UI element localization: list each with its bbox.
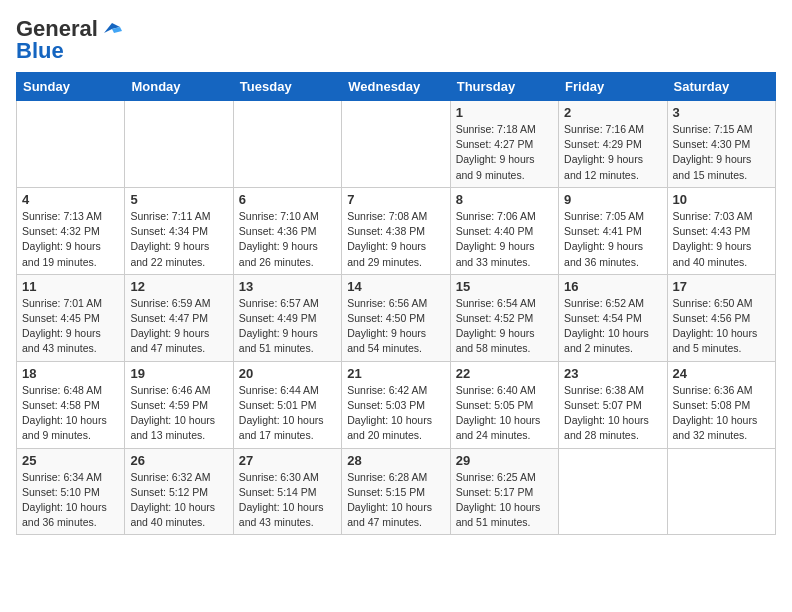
calendar-cell: 3Sunrise: 7:15 AM Sunset: 4:30 PM Daylig…	[667, 101, 775, 188]
day-number: 16	[564, 279, 661, 294]
day-info: Sunrise: 6:50 AM Sunset: 4:56 PM Dayligh…	[673, 296, 770, 357]
calendar-cell: 15Sunrise: 6:54 AM Sunset: 4:52 PM Dayli…	[450, 274, 558, 361]
day-number: 5	[130, 192, 227, 207]
day-info: Sunrise: 7:03 AM Sunset: 4:43 PM Dayligh…	[673, 209, 770, 270]
day-number: 2	[564, 105, 661, 120]
calendar-cell: 5Sunrise: 7:11 AM Sunset: 4:34 PM Daylig…	[125, 187, 233, 274]
weekday-header-monday: Monday	[125, 73, 233, 101]
calendar-cell: 12Sunrise: 6:59 AM Sunset: 4:47 PM Dayli…	[125, 274, 233, 361]
weekday-header-row: SundayMondayTuesdayWednesdayThursdayFrid…	[17, 73, 776, 101]
calendar-cell: 26Sunrise: 6:32 AM Sunset: 5:12 PM Dayli…	[125, 448, 233, 535]
day-number: 26	[130, 453, 227, 468]
calendar-cell: 14Sunrise: 6:56 AM Sunset: 4:50 PM Dayli…	[342, 274, 450, 361]
day-number: 24	[673, 366, 770, 381]
calendar-cell: 21Sunrise: 6:42 AM Sunset: 5:03 PM Dayli…	[342, 361, 450, 448]
calendar-cell: 27Sunrise: 6:30 AM Sunset: 5:14 PM Dayli…	[233, 448, 341, 535]
calendar-cell: 18Sunrise: 6:48 AM Sunset: 4:58 PM Dayli…	[17, 361, 125, 448]
day-info: Sunrise: 7:15 AM Sunset: 4:30 PM Dayligh…	[673, 122, 770, 183]
weekday-header-friday: Friday	[559, 73, 667, 101]
calendar-cell	[342, 101, 450, 188]
day-number: 25	[22, 453, 119, 468]
calendar-cell: 17Sunrise: 6:50 AM Sunset: 4:56 PM Dayli…	[667, 274, 775, 361]
day-number: 20	[239, 366, 336, 381]
day-number: 4	[22, 192, 119, 207]
logo: General Blue	[16, 16, 122, 64]
logo-bird-icon	[100, 21, 122, 37]
calendar-table: SundayMondayTuesdayWednesdayThursdayFrid…	[16, 72, 776, 535]
week-row-2: 4Sunrise: 7:13 AM Sunset: 4:32 PM Daylig…	[17, 187, 776, 274]
day-info: Sunrise: 6:46 AM Sunset: 4:59 PM Dayligh…	[130, 383, 227, 444]
day-number: 1	[456, 105, 553, 120]
calendar-cell: 29Sunrise: 6:25 AM Sunset: 5:17 PM Dayli…	[450, 448, 558, 535]
calendar-cell: 10Sunrise: 7:03 AM Sunset: 4:43 PM Dayli…	[667, 187, 775, 274]
day-number: 7	[347, 192, 444, 207]
calendar-cell: 22Sunrise: 6:40 AM Sunset: 5:05 PM Dayli…	[450, 361, 558, 448]
day-info: Sunrise: 6:40 AM Sunset: 5:05 PM Dayligh…	[456, 383, 553, 444]
day-info: Sunrise: 6:52 AM Sunset: 4:54 PM Dayligh…	[564, 296, 661, 357]
day-info: Sunrise: 6:30 AM Sunset: 5:14 PM Dayligh…	[239, 470, 336, 531]
calendar-cell: 6Sunrise: 7:10 AM Sunset: 4:36 PM Daylig…	[233, 187, 341, 274]
day-number: 3	[673, 105, 770, 120]
weekday-header-sunday: Sunday	[17, 73, 125, 101]
day-number: 28	[347, 453, 444, 468]
day-info: Sunrise: 6:54 AM Sunset: 4:52 PM Dayligh…	[456, 296, 553, 357]
day-info: Sunrise: 6:34 AM Sunset: 5:10 PM Dayligh…	[22, 470, 119, 531]
week-row-3: 11Sunrise: 7:01 AM Sunset: 4:45 PM Dayli…	[17, 274, 776, 361]
calendar-cell: 16Sunrise: 6:52 AM Sunset: 4:54 PM Dayli…	[559, 274, 667, 361]
calendar-cell: 4Sunrise: 7:13 AM Sunset: 4:32 PM Daylig…	[17, 187, 125, 274]
day-number: 27	[239, 453, 336, 468]
calendar-cell	[125, 101, 233, 188]
day-number: 10	[673, 192, 770, 207]
day-info: Sunrise: 7:05 AM Sunset: 4:41 PM Dayligh…	[564, 209, 661, 270]
day-info: Sunrise: 6:38 AM Sunset: 5:07 PM Dayligh…	[564, 383, 661, 444]
day-info: Sunrise: 7:08 AM Sunset: 4:38 PM Dayligh…	[347, 209, 444, 270]
calendar-cell: 1Sunrise: 7:18 AM Sunset: 4:27 PM Daylig…	[450, 101, 558, 188]
day-number: 6	[239, 192, 336, 207]
calendar-cell: 23Sunrise: 6:38 AM Sunset: 5:07 PM Dayli…	[559, 361, 667, 448]
calendar-cell: 20Sunrise: 6:44 AM Sunset: 5:01 PM Dayli…	[233, 361, 341, 448]
weekday-header-tuesday: Tuesday	[233, 73, 341, 101]
week-row-5: 25Sunrise: 6:34 AM Sunset: 5:10 PM Dayli…	[17, 448, 776, 535]
header: General Blue	[16, 16, 776, 64]
calendar-cell	[17, 101, 125, 188]
day-info: Sunrise: 7:01 AM Sunset: 4:45 PM Dayligh…	[22, 296, 119, 357]
day-info: Sunrise: 7:13 AM Sunset: 4:32 PM Dayligh…	[22, 209, 119, 270]
day-info: Sunrise: 6:36 AM Sunset: 5:08 PM Dayligh…	[673, 383, 770, 444]
day-number: 12	[130, 279, 227, 294]
day-info: Sunrise: 7:18 AM Sunset: 4:27 PM Dayligh…	[456, 122, 553, 183]
day-number: 15	[456, 279, 553, 294]
calendar-cell: 13Sunrise: 6:57 AM Sunset: 4:49 PM Dayli…	[233, 274, 341, 361]
calendar-cell: 2Sunrise: 7:16 AM Sunset: 4:29 PM Daylig…	[559, 101, 667, 188]
day-info: Sunrise: 6:59 AM Sunset: 4:47 PM Dayligh…	[130, 296, 227, 357]
day-info: Sunrise: 7:10 AM Sunset: 4:36 PM Dayligh…	[239, 209, 336, 270]
day-number: 29	[456, 453, 553, 468]
calendar-cell: 11Sunrise: 7:01 AM Sunset: 4:45 PM Dayli…	[17, 274, 125, 361]
day-number: 18	[22, 366, 119, 381]
day-info: Sunrise: 7:06 AM Sunset: 4:40 PM Dayligh…	[456, 209, 553, 270]
day-info: Sunrise: 6:28 AM Sunset: 5:15 PM Dayligh…	[347, 470, 444, 531]
day-info: Sunrise: 6:57 AM Sunset: 4:49 PM Dayligh…	[239, 296, 336, 357]
calendar-cell	[667, 448, 775, 535]
calendar-cell: 24Sunrise: 6:36 AM Sunset: 5:08 PM Dayli…	[667, 361, 775, 448]
logo-blue: Blue	[16, 38, 64, 64]
calendar-body: 1Sunrise: 7:18 AM Sunset: 4:27 PM Daylig…	[17, 101, 776, 535]
day-info: Sunrise: 6:32 AM Sunset: 5:12 PM Dayligh…	[130, 470, 227, 531]
day-number: 19	[130, 366, 227, 381]
calendar-cell: 28Sunrise: 6:28 AM Sunset: 5:15 PM Dayli…	[342, 448, 450, 535]
week-row-4: 18Sunrise: 6:48 AM Sunset: 4:58 PM Dayli…	[17, 361, 776, 448]
day-number: 8	[456, 192, 553, 207]
day-info: Sunrise: 7:16 AM Sunset: 4:29 PM Dayligh…	[564, 122, 661, 183]
day-number: 13	[239, 279, 336, 294]
day-number: 9	[564, 192, 661, 207]
calendar-cell: 7Sunrise: 7:08 AM Sunset: 4:38 PM Daylig…	[342, 187, 450, 274]
weekday-header-thursday: Thursday	[450, 73, 558, 101]
day-info: Sunrise: 6:48 AM Sunset: 4:58 PM Dayligh…	[22, 383, 119, 444]
day-info: Sunrise: 6:42 AM Sunset: 5:03 PM Dayligh…	[347, 383, 444, 444]
day-info: Sunrise: 6:25 AM Sunset: 5:17 PM Dayligh…	[456, 470, 553, 531]
calendar-cell: 25Sunrise: 6:34 AM Sunset: 5:10 PM Dayli…	[17, 448, 125, 535]
calendar-cell	[233, 101, 341, 188]
day-number: 17	[673, 279, 770, 294]
calendar-cell: 9Sunrise: 7:05 AM Sunset: 4:41 PM Daylig…	[559, 187, 667, 274]
day-number: 11	[22, 279, 119, 294]
calendar-cell: 8Sunrise: 7:06 AM Sunset: 4:40 PM Daylig…	[450, 187, 558, 274]
